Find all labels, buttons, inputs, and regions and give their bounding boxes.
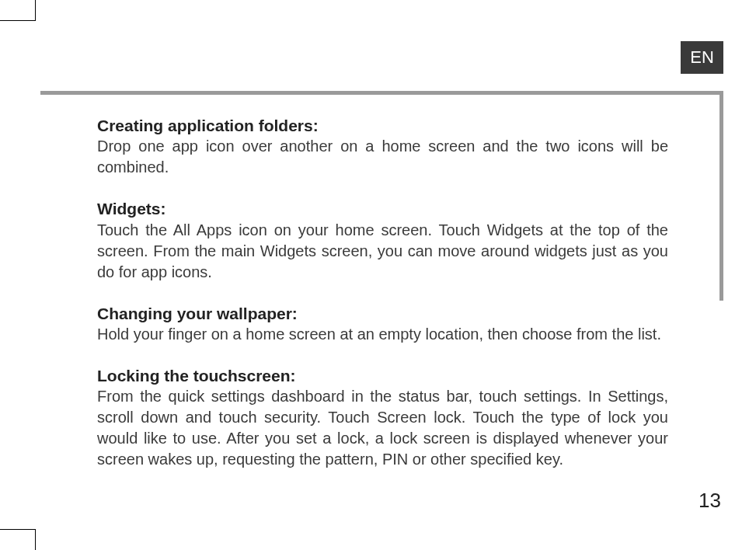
top-rule [40,91,723,95]
section-body: Drop one app icon over another on a home… [97,136,668,178]
language-tab: EN [681,41,723,74]
side-rule [719,91,723,301]
crop-mark [35,529,36,550]
section-heading: Creating application folders: [97,115,668,136]
section-heading: Widgets: [97,198,668,219]
section-body: From the quick settings dashboard in the… [97,386,668,470]
section-body: Hold your finger on a home screen at an … [97,324,668,345]
crop-mark [0,20,35,21]
page-content: Creating application folders: Drop one a… [97,115,668,490]
crop-mark [35,0,36,21]
section-heading: Changing your wallpaper: [97,303,668,324]
section-wallpaper: Changing your wallpaper: Hold your finge… [97,303,668,345]
page-number: 13 [699,489,721,513]
section-creating-folders: Creating application folders: Drop one a… [97,115,668,178]
section-heading: Locking the touchscreen: [97,365,668,386]
crop-mark [0,529,35,530]
section-widgets: Widgets: Touch the All Apps icon on your… [97,198,668,282]
section-locking: Locking the touchscreen: From the quick … [97,365,668,470]
section-body: Touch the All Apps icon on your home scr… [97,220,668,283]
